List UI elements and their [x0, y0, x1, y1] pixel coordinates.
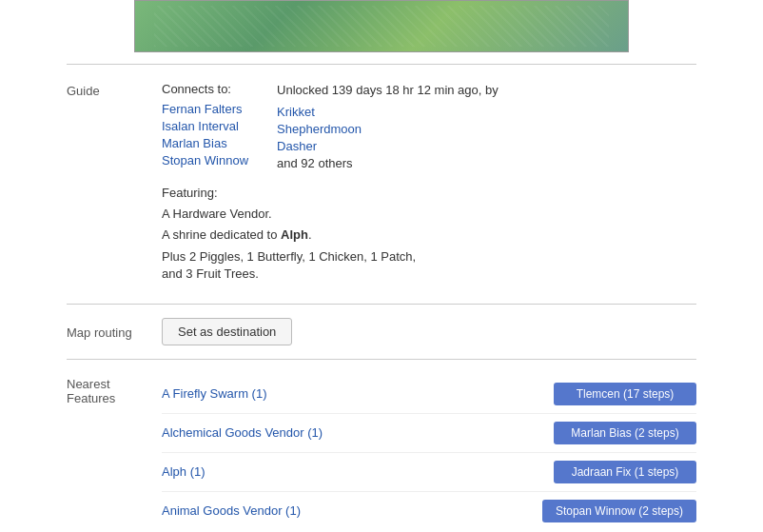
featuring-line2-post: .: [308, 227, 312, 242]
feature-button-2[interactable]: Jadraan Fix (1 steps): [554, 461, 696, 483]
connects-to-link-1[interactable]: Isalan Interval: [162, 119, 248, 133]
featuring-line2-pre: A shrine dedicated to: [162, 227, 281, 242]
connects-to-link-3[interactable]: Stopan Winnow: [162, 153, 248, 167]
feature-row: Alchemical Goods Vendor (1)Marlan Bias (…: [162, 414, 696, 453]
unlock-header: Unlocked 139 days 18 hr 12 min ago, by: [277, 82, 499, 99]
feature-name-2[interactable]: Alph (1): [162, 464, 554, 479]
guide-section: Guide Connects to: Fernan Falters Isalan…: [0, 65, 763, 304]
featuring-block: Featuring: A Hardware Vendor. A shrine d…: [162, 186, 696, 283]
feature-name-0[interactable]: A Firefly Swarm (1): [162, 386, 554, 401]
nearest-features-content: A Firefly Swarm (1)Tlemcen (17 steps)Alc…: [162, 375, 696, 530]
connects-to-link-0[interactable]: Fernan Falters: [162, 102, 248, 116]
connects-to-column: Connects to: Fernan Falters Isalan Inter…: [162, 82, 248, 170]
map-routing-label: Map routing: [67, 324, 162, 340]
featuring-line2: A shrine dedicated to Alph.: [162, 227, 696, 244]
unlocked-by-column: Unlocked 139 days 18 hr 12 min ago, by K…: [277, 82, 499, 170]
feature-button-0[interactable]: Tlemcen (17 steps): [554, 383, 696, 405]
featuring-line1: A Hardware Vendor.: [162, 206, 696, 223]
location-map: [134, 0, 629, 52]
guide-columns: Connects to: Fernan Falters Isalan Inter…: [162, 82, 696, 170]
nearest-features-section: Nearest Features A Firefly Swarm (1)Tlem…: [0, 360, 763, 532]
feature-row: Alph (1)Jadraan Fix (1 steps): [162, 453, 696, 492]
feature-name-1[interactable]: Alchemical Goods Vendor (1): [162, 425, 554, 440]
featuring-heading: Featuring:: [162, 186, 696, 200]
feature-row: Animal Goods Vendor (1)Stopan Winnow (2 …: [162, 492, 696, 530]
feature-button-1[interactable]: Marlan Bias (2 steps): [554, 422, 696, 444]
set-destination-button[interactable]: Set as destination: [162, 318, 292, 345]
unlocked-by-name-2[interactable]: Dasher: [277, 139, 499, 153]
connects-to-heading: Connects to:: [162, 82, 248, 96]
map-routing-section: Map routing Set as destination: [0, 305, 763, 359]
guide-label: Guide: [67, 82, 162, 286]
guide-content: Connects to: Fernan Falters Isalan Inter…: [162, 82, 696, 286]
featuring-line3: Plus 2 Piggles, 1 Butterfly, 1 Chicken, …: [162, 248, 428, 283]
featuring-alph-name: Alph: [281, 227, 308, 242]
nearest-features-label: Nearest Features: [67, 375, 162, 405]
feature-row: A Firefly Swarm (1)Tlemcen (17 steps): [162, 375, 696, 414]
unlocked-by-name-0[interactable]: Krikket: [277, 105, 499, 119]
map-routing-content: Set as destination: [162, 318, 696, 345]
feature-name-3[interactable]: Animal Goods Vendor (1): [162, 503, 542, 518]
and-others-text: and 92 others: [277, 156, 499, 170]
unlocked-by-name-1[interactable]: Shepherdmoon: [277, 122, 499, 136]
feature-button-3[interactable]: Stopan Winnow (2 steps): [542, 500, 696, 522]
connects-to-link-2[interactable]: Marlan Bias: [162, 136, 248, 150]
